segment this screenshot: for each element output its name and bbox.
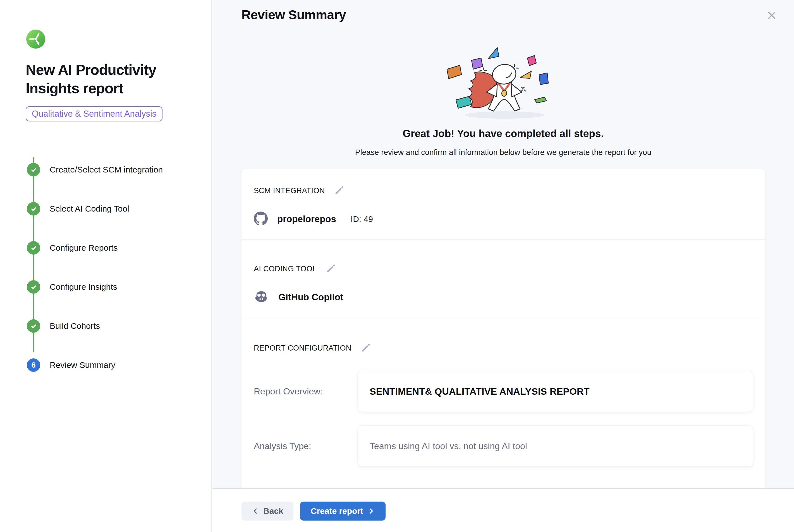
chevron-left-icon: [251, 507, 259, 515]
report-overview-row: Report Overview: SENTIMENT& QUALITATIVE …: [254, 370, 753, 412]
report-overview-value-box: SENTIMENT& QUALITATIVE ANALYSIS REPORT: [358, 370, 753, 412]
step-review-summary-active[interactable]: 6 Review Summary: [27, 345, 183, 385]
edit-ai-tool-button[interactable]: [325, 263, 337, 275]
step-done-check-icon: [27, 202, 40, 215]
confetti-green: [535, 97, 547, 103]
step-create-select-scm-integration[interactable]: Create/Select SCM integration: [27, 150, 183, 189]
step-label: Build Cohorts: [50, 321, 100, 331]
pencil-icon: [360, 350, 371, 354]
chevron-right-icon: [367, 507, 375, 515]
ai-coding-tool-section: AI CODING TOOL GitHu: [242, 240, 765, 318]
confetti-purple: [472, 58, 483, 69]
confetti-blue-triangle: [488, 48, 499, 59]
analysis-type-row: Analysis Type: Teams using AI tool vs. n…: [254, 425, 753, 467]
copilot-icon: [254, 290, 269, 305]
create-report-button-label: Create report: [311, 506, 363, 516]
step-done-check-icon: [27, 163, 40, 176]
scm-integration-id: ID: 49: [351, 214, 373, 224]
sidebar: New AI Productivity Insights report Qual…: [0, 0, 212, 532]
analysis-type-value-box: Teams using AI tool vs. not using AI too…: [358, 425, 753, 467]
report-config-section-label: REPORT CONFIGURATION: [254, 344, 352, 353]
report-overview-value: SENTIMENT& QUALITATIVE ANALYSIS REPORT: [370, 386, 590, 397]
create-report-button[interactable]: Create report: [300, 501, 385, 520]
stepper: Create/Select SCM integration Select AI …: [27, 150, 183, 385]
confetti-orange: [447, 65, 461, 79]
back-button[interactable]: Back: [242, 501, 294, 520]
step-label: Review Summary: [50, 360, 115, 370]
step-done-check-icon: [27, 241, 40, 254]
report-configuration-section: REPORT CONFIGURATION Report Overview: SE…: [242, 318, 765, 505]
analysis-type-badge: Qualitative & Sentiment Analysis: [26, 106, 163, 121]
review-summary-panel: Review Summary: [212, 0, 794, 532]
page-title: Review Summary: [242, 7, 346, 22]
scm-integration-name: propelorepos: [277, 214, 336, 224]
confetti-blue: [539, 73, 548, 84]
ai-coding-tool-name: GitHub Copilot: [278, 292, 343, 303]
step-build-cohorts[interactable]: Build Cohorts: [27, 306, 183, 345]
step-configure-reports[interactable]: Configure Reports: [27, 228, 183, 267]
step-label: Configure Reports: [50, 243, 117, 253]
summary-card: SCM INTEGRATION propelorepos ID: 49 AI C…: [242, 169, 765, 520]
confetti-pink: [527, 56, 536, 65]
analysis-type-label: Analysis Type:: [254, 441, 358, 451]
ai-tool-section-label: AI CODING TOOL: [254, 265, 317, 273]
step-number-badge: 6: [27, 358, 40, 372]
wizard-footer: Back Create report: [212, 488, 794, 532]
edit-scm-button[interactable]: [333, 185, 345, 196]
congrats-subheading: Please review and confirm all informatio…: [212, 148, 794, 157]
pencil-icon: [325, 271, 336, 275]
step-label: Create/Select SCM integration: [50, 165, 163, 174]
confetti-yellow: [520, 71, 531, 78]
analysis-type-value: Teams using AI tool vs. not using AI too…: [370, 441, 527, 451]
step-label: Select AI Coding Tool: [50, 204, 129, 213]
step-label: Configure Insights: [50, 282, 117, 292]
report-overview-label: Report Overview:: [254, 386, 358, 397]
propeller-logo-icon: [26, 30, 45, 49]
wizard-title: New AI Productivity Insights report: [26, 61, 171, 97]
celebration-illustration: [434, 42, 573, 123]
scm-section-label: SCM INTEGRATION: [254, 187, 325, 195]
confetti-teal: [456, 96, 472, 108]
step-done-check-icon: [27, 319, 40, 333]
step-select-ai-coding-tool[interactable]: Select AI Coding Tool: [27, 189, 183, 228]
scm-integration-section: SCM INTEGRATION propelorepos ID: 49: [242, 169, 765, 240]
congrats-heading: Great Job! You have completed all steps.: [212, 128, 794, 139]
github-icon: [254, 212, 268, 227]
back-button-label: Back: [263, 506, 283, 516]
close-button[interactable]: [765, 9, 778, 22]
close-icon: [766, 18, 777, 22]
edit-report-config-button[interactable]: [360, 342, 372, 354]
medal: [502, 90, 507, 96]
step-configure-insights[interactable]: Configure Insights: [27, 267, 183, 306]
step-done-check-icon: [27, 280, 40, 293]
pencil-icon: [334, 193, 345, 197]
